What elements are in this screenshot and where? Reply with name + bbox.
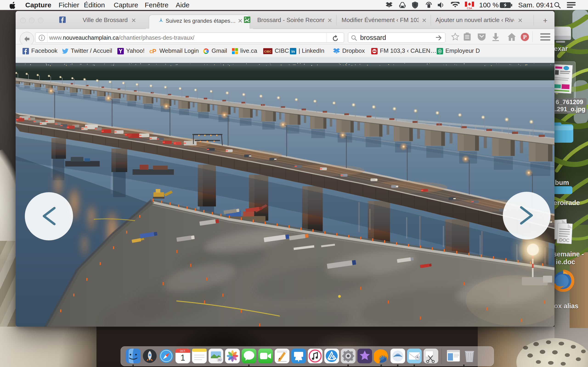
svg-text:P: P [523,34,527,40]
svg-text:OCT.: OCT. [180,350,186,352]
svg-text:CIBC: CIBC [264,50,271,53]
svg-text:1: 1 [181,353,185,362]
svg-text:CSA: CSA [467,7,472,9]
svg-text:P: P [152,48,156,54]
svg-text:DOC: DOC [559,237,570,243]
svg-text:in: in [291,49,295,54]
svg-text:3D: 3D [218,358,221,361]
